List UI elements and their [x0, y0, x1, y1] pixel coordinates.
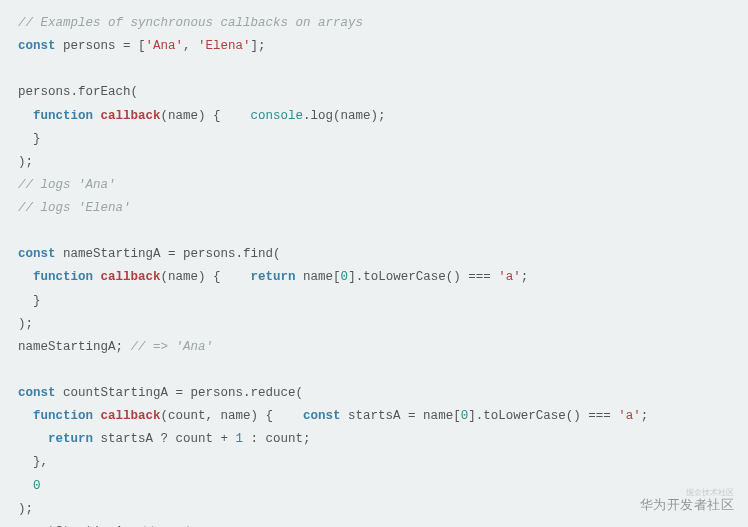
identifier: persons [63, 39, 116, 53]
number-literal: 0 [33, 479, 41, 493]
keyword-const: const [18, 386, 56, 400]
keyword-return: return [48, 432, 93, 446]
watermark: 华为开发者社区 [640, 493, 735, 517]
comment-line: // logs 'Ana' [18, 178, 116, 192]
callback-name: callback [101, 270, 161, 284]
keyword-function: function [33, 109, 93, 123]
code-block: // Examples of synchronous callbacks on … [18, 12, 730, 527]
string-literal: 'a' [618, 409, 641, 423]
keyword-const: const [18, 39, 56, 53]
comment-line: // logs 'Elena' [18, 201, 131, 215]
keyword-const: const [303, 409, 341, 423]
callback-name: callback [101, 409, 161, 423]
string-literal: 'Elena' [198, 39, 251, 53]
comment-line: // => 'Ana' [131, 340, 214, 354]
keyword-function: function [33, 270, 93, 284]
keyword-const: const [18, 247, 56, 261]
keyword-return: return [251, 270, 296, 284]
method-call: persons.forEach( [18, 85, 138, 99]
callback-name: callback [101, 109, 161, 123]
number-literal: 0 [341, 270, 349, 284]
comment-line: // Examples of synchronous callbacks on … [18, 16, 363, 30]
keyword-function: function [33, 409, 93, 423]
console-obj: console [251, 109, 304, 123]
string-literal: 'Ana' [146, 39, 184, 53]
string-literal: 'a' [498, 270, 521, 284]
number-literal: 1 [236, 432, 244, 446]
